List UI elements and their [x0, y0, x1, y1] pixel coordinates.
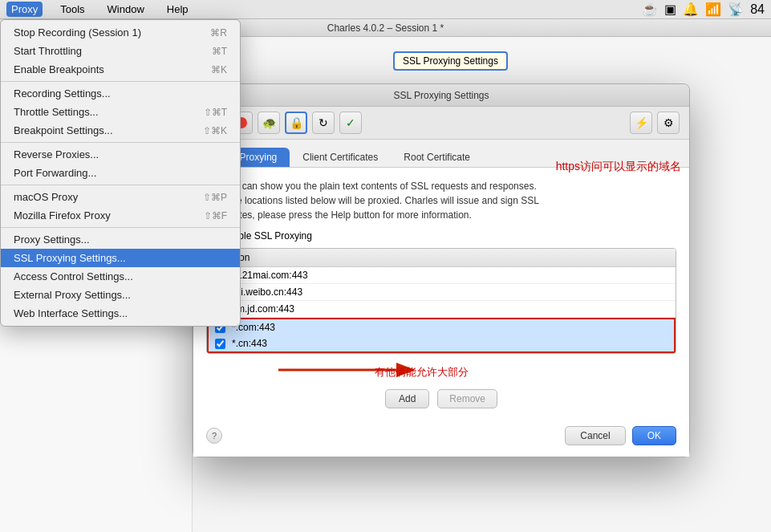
menu-tools[interactable]: Tools: [55, 2, 89, 17]
ssl-toolbar-hint: SSL Proxying Settings: [393, 51, 508, 71]
toolbar-settings-btn[interactable]: ⚙: [657, 112, 680, 134]
menu-proxy-settings[interactable]: Proxy Settings...: [1, 230, 240, 249]
location-table: Location *.121mai.com:443 api.weibo.cn:4…: [206, 248, 676, 354]
help-button[interactable]: ?: [206, 428, 222, 444]
proxy-dropdown-menu: Stop Recording (Session 1) ⌘R Start Thro…: [0, 19, 241, 327]
menu-reverse-proxies[interactable]: Reverse Proxies...: [1, 145, 240, 164]
ssl-content: Charles can show you the plain text cont…: [193, 168, 689, 420]
ssl-dialog-title: SSL Proxying Settings: [394, 90, 489, 101]
menu-breakpoint-settings[interactable]: Breakpoint Settings... ⇧⌘K: [1, 121, 240, 140]
charles-title: Charles 4.0.2 – Session 1 *: [327, 22, 444, 34]
table-row[interactable]: api.weibo.cn:443: [207, 284, 676, 301]
location-value-1: api.weibo.cn:443: [230, 286, 302, 298]
menu-port-forwarding[interactable]: Port Forwarding...: [1, 164, 240, 182]
toolbar-turtle-btn[interactable]: 🐢: [258, 112, 280, 134]
menu-macos-proxy[interactable]: macOS Proxy ⇧⌘P: [1, 188, 240, 206]
table-row-highlighted-1[interactable]: *.cn:443: [207, 335, 676, 353]
table-row-highlighted-0[interactable]: *.com:443: [207, 318, 676, 335]
add-remove-buttons: Add Remove: [206, 389, 676, 408]
ok-button[interactable]: OK: [632, 426, 676, 445]
menu-external-proxy[interactable]: External Proxy Settings...: [1, 286, 240, 304]
bottom-row: ? Cancel OK: [193, 420, 689, 457]
table-row[interactable]: *.m.jd.com:443: [207, 301, 676, 318]
remove-button[interactable]: Remove: [437, 389, 497, 408]
menubar-right: ☕ ▣ 🔔 📶 📡 84: [642, 2, 765, 17]
cancel-button[interactable]: Cancel: [565, 426, 625, 445]
toolbar-filter-btn[interactable]: ⚡: [630, 112, 652, 134]
menu-access-control[interactable]: Access Control Settings...: [1, 267, 240, 286]
table-row[interactable]: *.121mai.com:443: [207, 267, 676, 284]
menu-throttle-settings[interactable]: Throttle Settings... ⇧⌘T: [1, 103, 240, 121]
menu-ssl-proxying-settings[interactable]: SSL Proxying Settings...: [1, 249, 240, 267]
menu-divider-4: [1, 227, 240, 228]
location-header: Location: [207, 249, 676, 267]
tab-client-certificates[interactable]: Client Certificates: [290, 148, 391, 167]
status-icon-2: ▣: [664, 2, 676, 17]
ssl-dialog: SSL Proxying Settings ✕ 🐢 🔒 ↻ ✓ ⚡ ⚙ SSL …: [193, 83, 690, 457]
menu-divider-3: [1, 185, 240, 185]
menu-firefox-proxy[interactable]: Mozilla Firefox Proxy ⇧⌘F: [1, 206, 240, 225]
ssl-enable-row: Enable SSL Proxying: [206, 230, 676, 242]
toolbar-check-btn[interactable]: ✓: [339, 112, 362, 134]
menu-stop-recording[interactable]: Stop Recording (Session 1) ⌘R: [1, 23, 240, 42]
add-button[interactable]: Add: [385, 389, 429, 408]
annotation-https-domains: https访问可以显示的域名: [556, 160, 681, 174]
ssl-toolbar: ✕ 🐢 🔒 ↻ ✓ ⚡ ⚙: [193, 107, 689, 140]
tab-root-certificate[interactable]: Root Certificate: [391, 148, 483, 167]
menu-divider-1: [1, 81, 240, 82]
location-value-4: *.cn:443: [232, 338, 267, 349]
menu-help[interactable]: Help: [162, 2, 193, 17]
menu-divider-2: [1, 142, 240, 143]
status-icon-1: ☕: [642, 2, 658, 17]
menu-enable-breakpoints[interactable]: Enable Breakpoints ⌘K: [1, 60, 240, 79]
cast-icon: 📡: [728, 2, 744, 17]
ssl-dialog-titlebar: SSL Proxying Settings: [193, 84, 689, 107]
menu-start-throttling[interactable]: Start Throttling ⌘T: [1, 42, 240, 60]
menu-proxy[interactable]: Proxy: [6, 2, 43, 17]
toolbar-refresh-btn[interactable]: ↻: [312, 112, 335, 134]
menubar: Proxy Tools Window Help ☕ ▣ 🔔 📶 📡 84: [0, 0, 771, 19]
menu-recording-settings[interactable]: Recording Settings...: [1, 84, 240, 103]
wifi-icon: 📶: [705, 2, 721, 17]
location-checkbox-4[interactable]: [215, 339, 225, 349]
menu-window[interactable]: Window: [103, 2, 149, 17]
annotation-area: 有他俩能允许大部分: [206, 362, 676, 386]
notification-icon: 🔔: [683, 2, 699, 17]
location-value-0: *.121mai.com:443: [230, 270, 308, 281]
annotation-bottom-text: 有他俩能允许大部分: [375, 365, 469, 380]
menu-web-interface[interactable]: Web Interface Settings...: [1, 304, 240, 323]
ssl-description: Charles can show you the plain text cont…: [206, 179, 676, 222]
toolbar-ssl-btn[interactable]: 🔒: [285, 112, 307, 134]
battery-level: 84: [750, 2, 765, 17]
